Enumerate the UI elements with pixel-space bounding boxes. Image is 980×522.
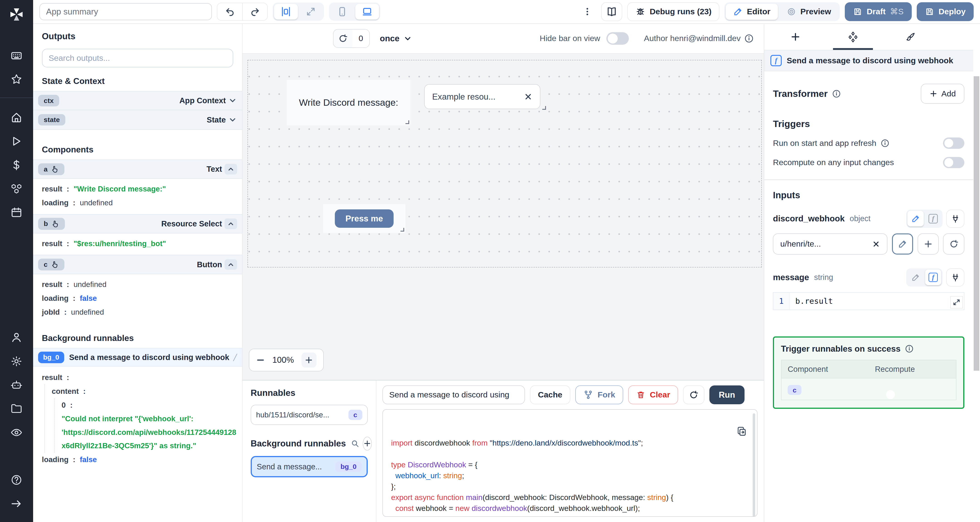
output-row-ctx[interactable]: ctx App Context (33, 91, 242, 110)
deploy-button[interactable]: Deploy (917, 2, 974, 21)
nav-rail (0, 0, 33, 522)
component-row-a[interactable]: a Text (33, 159, 242, 179)
resize-handle[interactable] (400, 227, 404, 232)
connect-plug-button[interactable] (946, 210, 964, 228)
code-editor[interactable]: import discordwebhook from "https://deno… (382, 409, 757, 517)
col-component: Component (781, 360, 869, 378)
clear-select-icon[interactable] (524, 92, 533, 101)
zoom-in-button[interactable] (301, 353, 317, 368)
search-outputs-input[interactable]: Search outputs... (42, 49, 234, 68)
inspector-tabs (764, 24, 973, 50)
workers-robot-icon[interactable] (10, 379, 23, 392)
windmill-logo-icon[interactable] (8, 6, 25, 23)
help-icon[interactable] (10, 474, 23, 486)
resources-cubes-icon[interactable] (10, 182, 23, 195)
message-expr-editor[interactable]: 1 b.result (773, 292, 964, 310)
apps-board-icon[interactable] (10, 49, 23, 62)
debug-runs-button[interactable]: Debug runs (23) (627, 2, 719, 21)
tab-preview[interactable]: Preview (779, 4, 839, 20)
add-transformer-button[interactable]: Add (921, 84, 964, 103)
schedules-calendar-icon[interactable] (10, 206, 23, 219)
run-button[interactable]: Run (710, 385, 745, 404)
app-summary-input[interactable]: App summary (40, 3, 212, 20)
page-scrollbar[interactable] (973, 24, 980, 522)
resource-value-select[interactable]: u/henri/te... (773, 234, 888, 255)
hide-bar-toggle[interactable] (606, 32, 629, 45)
runnable-item-hub[interactable]: hub/1511/discord/se... c (251, 405, 368, 425)
more-menu-icon[interactable] (579, 6, 596, 17)
bg-runnable-row[interactable]: bg_0 Send a message to discord using web… (33, 348, 242, 367)
resource-select-component[interactable]: Example resou... (424, 84, 540, 109)
refresh-count-button[interactable]: 0 (333, 29, 370, 48)
redo-button[interactable] (242, 3, 267, 20)
static-mode-button[interactable] (907, 211, 924, 226)
tab-editor[interactable]: Editor (726, 4, 778, 20)
refresh-resource-button[interactable] (943, 234, 964, 255)
schedule-select[interactable]: once (380, 33, 412, 43)
collapse-arrow-icon[interactable] (10, 498, 23, 510)
code-scrollbar[interactable] (753, 413, 755, 517)
favorites-star-icon[interactable] (10, 73, 23, 86)
recompute-toggle[interactable] (943, 157, 964, 168)
resize-handle[interactable] (542, 105, 546, 110)
fullscreen-button[interactable] (299, 4, 323, 19)
output-row-state[interactable]: state State (33, 110, 242, 129)
docs-book-button[interactable] (601, 2, 622, 21)
variables-dollar-icon[interactable] (10, 159, 23, 171)
undo-button[interactable] (217, 3, 242, 20)
copy-code-icon[interactable] (737, 426, 747, 436)
edit-resource-button[interactable] (892, 234, 913, 255)
connect-plug-button[interactable] (946, 268, 964, 286)
desktop-view-button[interactable] (355, 4, 379, 19)
audit-eye-icon[interactable] (10, 426, 23, 439)
resize-handle[interactable] (405, 120, 409, 124)
collapse-button[interactable] (224, 259, 237, 270)
add-runnable-button[interactable] (363, 437, 372, 450)
static-mode-button[interactable] (907, 269, 924, 285)
button-component[interactable]: Press me (323, 204, 406, 233)
component-row-b[interactable]: b Resource Select (33, 214, 242, 234)
tab-component-settings[interactable] (824, 24, 881, 50)
rail-divider (0, 97, 33, 98)
cache-button[interactable]: Cache (530, 385, 570, 404)
user-icon[interactable] (10, 331, 23, 344)
collapse-button[interactable] (224, 218, 237, 229)
draft-button[interactable]: Draft⌘S (845, 2, 912, 21)
home-icon[interactable] (10, 111, 23, 124)
scrollbar-thumb[interactable] (974, 76, 979, 371)
script-name-input[interactable]: Send a message to discord using (382, 385, 525, 404)
bg-runnables-title: Background runnables (251, 439, 346, 449)
run-on-start-toggle[interactable] (943, 137, 964, 149)
output-field: result:"$res:u/henri/testing_bot" (42, 237, 236, 250)
component-a-outputs: result:"Write Discord message:"loading:u… (33, 179, 242, 214)
hand-pointer-icon (51, 165, 59, 173)
eval-mode-button[interactable]: f (925, 211, 942, 226)
text-component[interactable]: Write Discord message: (287, 80, 410, 126)
clear-resource-icon[interactable] (872, 240, 880, 248)
center-layout-button[interactable] (274, 4, 298, 19)
canvas-grid[interactable]: Write Discord message: Example resou... … (248, 60, 762, 267)
add-resource-button[interactable] (918, 234, 939, 255)
collapse-button[interactable] (224, 164, 237, 175)
fork-button[interactable]: Fork (575, 385, 623, 404)
search-icon[interactable] (351, 439, 359, 447)
bg0-output-tree: result: content: 0: "Could not interpret… (33, 367, 242, 471)
mobile-view-button[interactable] (330, 4, 354, 19)
runnable-item-bg0-selected[interactable]: Send a message... bg_0 (251, 456, 368, 477)
reload-button[interactable] (683, 385, 705, 404)
folders-icon[interactable] (10, 403, 23, 415)
zoom-out-button[interactable] (256, 356, 265, 364)
state-badge: state (38, 114, 65, 126)
settings-gear-icon[interactable] (10, 355, 23, 368)
function-icon: f (770, 55, 782, 66)
runs-play-icon[interactable] (10, 135, 23, 148)
component-row-c[interactable]: c Button (33, 255, 242, 274)
press-me-button[interactable]: Press me (335, 209, 394, 228)
tab-insert-component[interactable] (767, 24, 824, 50)
eval-mode-button[interactable]: f (925, 269, 942, 285)
expand-editor-button[interactable] (950, 296, 963, 309)
tab-styling[interactable] (882, 24, 939, 50)
fork-icon (583, 390, 593, 400)
clear-button[interactable]: Clear (628, 385, 678, 404)
app-canvas[interactable]: Write Discord message: Example resou... … (242, 54, 764, 380)
